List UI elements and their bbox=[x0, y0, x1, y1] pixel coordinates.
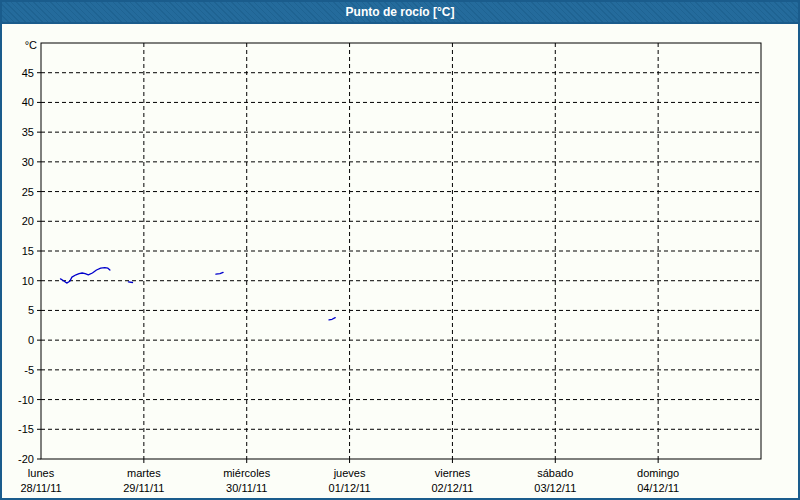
x-day-label: viernes bbox=[435, 467, 471, 479]
y-tick-label: 15 bbox=[22, 245, 34, 257]
x-date-label: 02/12/11 bbox=[431, 482, 473, 494]
chart-title: Punto de rocío [°C] bbox=[346, 5, 455, 19]
y-tick-label: 35 bbox=[22, 126, 34, 138]
x-date-label: 01/12/11 bbox=[329, 482, 371, 494]
y-tick-label: 10 bbox=[22, 275, 34, 287]
y-tick-label: 40 bbox=[22, 96, 34, 108]
weather-chart-window: Punto de rocío [°C] 454035302520151050-5… bbox=[0, 0, 800, 500]
y-tick-label: 20 bbox=[22, 215, 34, 227]
dewpoint-series-segment bbox=[329, 318, 335, 320]
x-day-label: domingo bbox=[637, 467, 679, 479]
x-date-label: 04/12/11 bbox=[637, 482, 679, 494]
dewpoint-chart: 454035302520151050-5-10-15-20°Clunes28/1… bbox=[2, 24, 798, 498]
y-tick-label: -15 bbox=[18, 423, 34, 435]
x-day-label: miércoles bbox=[223, 467, 271, 479]
x-date-label: 03/12/11 bbox=[534, 482, 576, 494]
y-tick-label: 0 bbox=[28, 334, 34, 346]
y-tick-label: -5 bbox=[24, 364, 34, 376]
chart-area: 454035302520151050-5-10-15-20°Clunes28/1… bbox=[2, 24, 798, 498]
x-day-label: martes bbox=[127, 467, 161, 479]
dewpoint-series-segment bbox=[128, 282, 132, 283]
x-date-label: 30/11/11 bbox=[226, 482, 267, 494]
y-tick-label: 25 bbox=[22, 186, 34, 198]
x-day-label: jueves bbox=[333, 467, 366, 479]
y-tick-label: 30 bbox=[22, 156, 34, 168]
dewpoint-series-segment bbox=[216, 272, 223, 274]
y-tick-label: 5 bbox=[28, 304, 34, 316]
x-date-label: 29/11/11 bbox=[123, 482, 164, 494]
y-tick-label: 45 bbox=[22, 67, 34, 79]
x-date-label: 28/11/11 bbox=[20, 482, 61, 494]
y-tick-label: -20 bbox=[18, 453, 34, 465]
x-day-label: lunes bbox=[28, 467, 55, 479]
x-day-label: sábado bbox=[537, 467, 573, 479]
title-bar: Punto de rocío [°C] bbox=[2, 2, 798, 24]
y-tick-label: -10 bbox=[18, 394, 34, 406]
y-axis-unit-label: °C bbox=[25, 39, 37, 51]
